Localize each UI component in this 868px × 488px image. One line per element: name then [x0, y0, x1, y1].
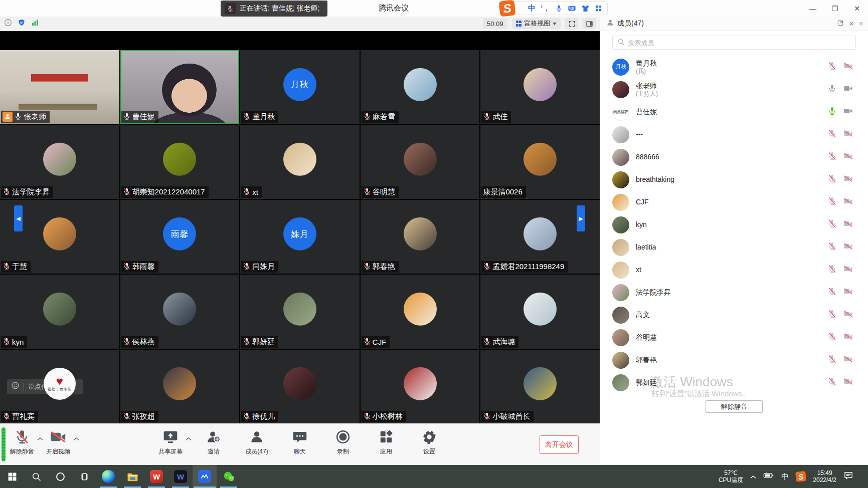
- close-panel-icon[interactable]: ✕: [849, 20, 854, 28]
- video-tile[interactable]: 曹佳妮: [120, 50, 240, 124]
- taskbar-tencent-meeting-icon[interactable]: [193, 465, 217, 488]
- video-tile[interactable]: 麻若雪: [361, 50, 480, 124]
- layout-view-button[interactable]: 宫格视图: [512, 18, 561, 29]
- close-button[interactable]: ✕: [846, 0, 868, 17]
- video-tile[interactable]: 姝月 闫姝月: [240, 200, 360, 274]
- ime-keyboard-icon[interactable]: [568, 4, 576, 13]
- mic-muted-icon[interactable]: [827, 377, 837, 388]
- restore-button[interactable]: ❐: [824, 0, 846, 17]
- video-tile[interactable]: 谷明慧: [361, 125, 480, 198]
- mic-muted-icon[interactable]: [827, 264, 837, 276]
- next-page-arrow[interactable]: ▶: [577, 205, 585, 231]
- leave-meeting-button[interactable]: 离开会议: [540, 435, 579, 454]
- panel-unmute-button[interactable]: 解除静音: [706, 400, 763, 413]
- camera-icon[interactable]: [843, 106, 853, 118]
- member-row[interactable]: 888666: [600, 146, 868, 168]
- taskbar-wps-office-icon[interactable]: W: [168, 465, 193, 488]
- video-tile[interactable]: 徐优儿: [240, 350, 360, 423]
- member-row[interactable]: 张老师(主持人): [600, 78, 868, 101]
- camera-off-icon[interactable]: [843, 377, 853, 388]
- mic-muted-button[interactable]: 解除静音: [9, 428, 35, 456]
- taskbar-cortana-icon[interactable]: [48, 465, 72, 488]
- security-shield-icon[interactable]: [18, 19, 26, 29]
- member-row[interactable]: laetitia: [600, 236, 868, 259]
- chat-button[interactable]: 聊天: [287, 428, 313, 456]
- battery-icon[interactable]: [763, 470, 774, 482]
- video-tile[interactable]: 雨馨 韩雨馨: [120, 200, 240, 274]
- camera-off-icon[interactable]: [843, 309, 853, 321]
- fullscreen-button[interactable]: [565, 18, 578, 29]
- video-tile[interactable]: 郭春艳: [361, 200, 480, 274]
- mic-muted-icon[interactable]: [827, 287, 837, 298]
- video-tile[interactable]: 说点什么...♥ 轻松，而专注 曹礼宾: [0, 350, 119, 423]
- network-signal-icon[interactable]: [31, 19, 39, 29]
- settings-button[interactable]: 设置: [416, 428, 442, 456]
- camera-icon[interactable]: [843, 84, 853, 95]
- sogou-tray-icon[interactable]: S: [795, 471, 806, 482]
- video-tile[interactable]: 法学院李昇: [0, 125, 119, 198]
- taskbar-edge-icon[interactable]: [96, 465, 120, 488]
- minimize-button[interactable]: —: [802, 0, 824, 17]
- sogou-ime-icon[interactable]: S: [498, 0, 515, 17]
- mic-muted-icon[interactable]: [827, 174, 837, 185]
- video-tile[interactable]: CJF: [361, 275, 480, 348]
- notification-icon[interactable]: [843, 470, 853, 482]
- ime-punct-toggle[interactable]: ’，: [541, 4, 550, 13]
- video-tile[interactable]: 小破城酋长: [480, 350, 600, 423]
- ime-mic-icon[interactable]: [555, 5, 563, 12]
- chevron-up-icon[interactable]: [37, 434, 43, 443]
- video-tile[interactable]: 郭妍廷: [240, 275, 360, 348]
- video-tile[interactable]: 张老师: [0, 50, 119, 124]
- mic-muted-icon[interactable]: [827, 219, 837, 230]
- member-row[interactable]: CJF: [600, 191, 868, 213]
- mic-muted-icon[interactable]: [827, 151, 837, 163]
- taskbar-task-view-icon[interactable]: [72, 465, 96, 488]
- member-row[interactable]: 月秋董月秋(我): [600, 56, 868, 78]
- taskbar-wechat-icon[interactable]: [217, 465, 241, 488]
- chevron-up-icon[interactable]: [186, 434, 192, 443]
- mic-icon[interactable]: [827, 106, 837, 118]
- ime-menu-icon[interactable]: [595, 5, 602, 12]
- record-button[interactable]: 录制: [330, 428, 356, 456]
- camera-off-icon[interactable]: [843, 287, 853, 298]
- taskbar-search-icon[interactable]: [24, 465, 48, 488]
- mic-muted-icon[interactable]: [827, 354, 837, 366]
- mic-muted-icon[interactable]: [827, 129, 837, 140]
- invite-button[interactable]: 邀请: [201, 428, 227, 456]
- video-tile[interactable]: 胡崇知202122040017: [120, 125, 240, 198]
- video-tile[interactable]: 小松树林: [361, 350, 480, 423]
- member-row[interactable]: 高文: [600, 304, 868, 326]
- video-tile[interactable]: 武佳: [480, 50, 600, 124]
- camera-off-icon[interactable]: [843, 354, 853, 366]
- member-row[interactable]: 法学院李昇: [600, 281, 868, 304]
- camera-off-icon[interactable]: [843, 264, 853, 276]
- video-tile[interactable]: xt: [240, 125, 360, 198]
- camera-off-icon[interactable]: [843, 174, 853, 185]
- panel-menu-icon[interactable]: ≡: [859, 20, 863, 28]
- mic-muted-icon[interactable]: [827, 241, 837, 253]
- emoji-icon[interactable]: [11, 381, 20, 392]
- video-tile[interactable]: 武海璐: [480, 275, 600, 348]
- tray-expand-icon[interactable]: [750, 472, 756, 481]
- camera-off-icon[interactable]: [843, 196, 853, 208]
- video-tile[interactable]: 月秋 董月秋: [240, 50, 360, 124]
- prev-page-arrow[interactable]: ◀: [14, 205, 23, 231]
- ime-skin-icon[interactable]: [581, 4, 590, 13]
- mic-muted-icon[interactable]: [827, 309, 837, 321]
- member-row[interactable]: breathtaking: [600, 168, 868, 191]
- member-row[interactable]: ---: [600, 123, 868, 146]
- video-tile[interactable]: 侯林燕: [120, 275, 240, 348]
- tray-lang-indicator[interactable]: 中: [781, 472, 789, 481]
- taskbar-file-explorer-icon[interactable]: [120, 465, 144, 488]
- taskbar-wps-icon[interactable]: W: [144, 465, 168, 488]
- clock[interactable]: 15:492022/4/2: [813, 469, 836, 483]
- popout-panel-icon[interactable]: [837, 20, 844, 28]
- video-tile[interactable]: 张孜超: [120, 350, 240, 423]
- camera-off-button[interactable]: 开启视频: [45, 428, 71, 456]
- ime-lang-toggle[interactable]: 中: [528, 4, 536, 13]
- chevron-up-icon[interactable]: [73, 434, 79, 443]
- mic-muted-icon[interactable]: [827, 196, 837, 208]
- mic-muted-icon[interactable]: [827, 61, 837, 73]
- meeting-info-icon[interactable]: [4, 19, 12, 29]
- camera-off-icon[interactable]: [843, 332, 853, 343]
